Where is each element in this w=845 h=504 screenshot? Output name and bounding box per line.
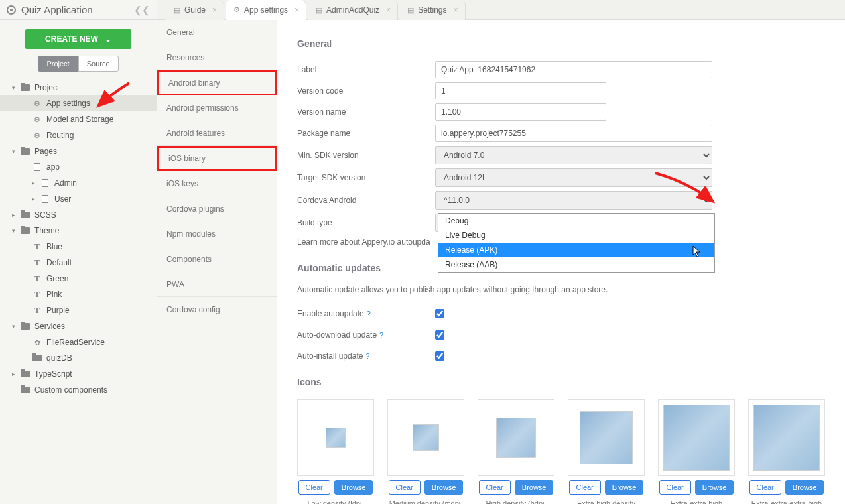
label-input[interactable] (435, 61, 712, 78)
clear-button[interactable]: Clear (569, 480, 601, 495)
project-toggle[interactable]: Project (38, 56, 78, 72)
tree-quizdb[interactable]: quizDB (0, 350, 157, 366)
browse-button[interactable]: Browse (605, 480, 644, 495)
nav-android-binary[interactable]: Android binary (157, 70, 277, 95)
package-input[interactable] (435, 125, 712, 142)
close-icon[interactable]: × (454, 5, 458, 15)
icon-density-label: Extra-high density (xhdpi, 96x96) (568, 499, 645, 504)
tree-app-settings[interactable]: ⚙App settings (0, 95, 157, 111)
nav-general[interactable]: General (157, 20, 277, 45)
file-icon: ▤ (407, 6, 414, 15)
clear-button[interactable]: Clear (389, 480, 421, 495)
browse-button[interactable]: Browse (785, 480, 824, 495)
tree-services[interactable]: ▾Services (0, 318, 157, 334)
gear-icon: ⚙ (32, 115, 42, 124)
clear-button[interactable]: Clear (479, 480, 511, 495)
version-code-input[interactable] (435, 82, 606, 99)
nav-android-permissions[interactable]: Android permissions (157, 95, 277, 121)
close-icon[interactable]: × (294, 5, 299, 15)
icon-density-label: Extra-extra-high density (xxhdpi, 144x14… (658, 499, 735, 504)
tree-model-storage[interactable]: ⚙Model and Storage (0, 111, 157, 127)
tree-project[interactable]: ▾Project (0, 80, 157, 95)
tree-scss[interactable]: ▸SCSS (0, 207, 157, 223)
nav-ios-binary[interactable]: iOS binary (157, 146, 277, 171)
create-new-label: CREATE NEW (45, 34, 98, 44)
autodownload-checkbox[interactable] (435, 330, 444, 340)
tree-user-page[interactable]: ▸User (0, 191, 157, 207)
nav-cordova-config[interactable]: Cordova config (157, 297, 277, 322)
option-live-debug[interactable]: Live Debug (438, 228, 714, 243)
clear-button[interactable]: Clear (749, 480, 781, 495)
tree-fileread[interactable]: ✿FileReadService (0, 334, 157, 350)
tab-guide[interactable]: ▤Guide× (166, 0, 224, 20)
icon-card: ClearBrowseMedium density (mdpi, 48x48) (387, 399, 464, 504)
close-icon[interactable]: × (212, 5, 217, 15)
source-toggle[interactable]: Source (78, 56, 119, 72)
version-name-input[interactable] (435, 103, 606, 121)
file-icon: ▤ (316, 6, 322, 15)
tree-app-page[interactable]: app (0, 159, 157, 175)
help-icon[interactable]: ? (367, 310, 371, 318)
row-autoinstall: Auto-install update? (297, 347, 825, 365)
icon-card: ClearBrowseLow density (ldpi, 36x36) (297, 399, 374, 504)
cordova-select[interactable]: ^11.0.0 (435, 191, 712, 210)
clear-button[interactable]: Clear (659, 480, 691, 495)
tab-app-settings[interactable]: ⚙App settings× (226, 0, 306, 20)
option-release-apk[interactable]: Release (APK) (438, 243, 714, 257)
tree-default[interactable]: TDefault (0, 255, 157, 271)
tree-theme[interactable]: ▾Theme (0, 223, 157, 239)
tree-pink[interactable]: TPink (0, 286, 157, 302)
theme-icon: T (32, 274, 42, 283)
option-release-aab[interactable]: Release (AAB) (438, 257, 714, 272)
buildtype-dropdown[interactable]: Debug Live Debug Release (APK) Release (… (438, 213, 715, 273)
browse-button[interactable]: Browse (695, 480, 734, 495)
nav-pwa[interactable]: PWA (157, 272, 277, 297)
nav-ios-keys[interactable]: iOS keys (157, 171, 277, 196)
nav-npm-modules[interactable]: Npm modules (157, 221, 277, 247)
tree-custom[interactable]: ▸Custom components (0, 382, 157, 398)
tree-pages[interactable]: ▾Pages (0, 143, 157, 159)
tree-typescript[interactable]: ▸TypeScript (0, 366, 157, 382)
option-debug[interactable]: Debug (438, 214, 714, 228)
icon-thumbnail (496, 418, 536, 458)
version-name-label: Version name (297, 107, 435, 117)
tab-settings[interactable]: ▤Settings× (399, 0, 465, 20)
nav-cordova-plugins[interactable]: Cordova plugins (157, 196, 277, 221)
help-icon[interactable]: ? (379, 331, 383, 339)
browse-button[interactable]: Browse (424, 480, 464, 495)
minsdk-select[interactable]: Android 7.0 (435, 146, 712, 164)
buildtype-label: Build type (297, 218, 435, 227)
tree-routing[interactable]: ⚙Routing (0, 127, 157, 143)
app-logo-icon (7, 5, 16, 15)
targetsdk-select[interactable]: Android 12L (435, 168, 712, 187)
autoinstall-checkbox[interactable] (435, 351, 444, 361)
browse-button[interactable]: Browse (334, 480, 373, 495)
icon-preview (658, 399, 735, 476)
tab-adminaddquiz[interactable]: ▤AdminAddQuiz× (308, 0, 398, 20)
nav-android-features[interactable]: Android features (157, 121, 277, 146)
nav-components[interactable]: Components (157, 247, 277, 272)
icon-actions: ClearBrowse (389, 480, 464, 495)
enable-auto-checkbox[interactable] (435, 309, 444, 318)
enable-auto-label: Enable autoupdate? (297, 309, 435, 318)
nav-resources[interactable]: Resources (157, 45, 277, 70)
icon-preview (748, 399, 825, 476)
gear-icon: ⚙ (233, 5, 240, 14)
icon-card: ClearBrowseExtra-extra-extra-high densit… (748, 399, 825, 504)
tree-blue[interactable]: TBlue (0, 239, 157, 255)
theme-icon: T (32, 306, 42, 315)
icon-thumbnail (580, 411, 633, 464)
help-icon[interactable]: ? (365, 352, 369, 360)
create-new-button[interactable]: CREATE NEW ⌄ (25, 29, 131, 49)
close-icon[interactable]: × (386, 5, 391, 15)
tree-purple[interactable]: TPurple (0, 302, 157, 318)
clear-button[interactable]: Clear (298, 480, 330, 495)
settings-nav: General Resources Android binary Android… (157, 20, 277, 504)
collapse-sidebar-icon[interactable]: ❮❮ (134, 5, 150, 15)
tree-green[interactable]: TGreen (0, 271, 157, 286)
icons-heading: Icons (297, 377, 825, 387)
tree-admin-page[interactable]: ▸Admin (0, 175, 157, 191)
browse-button[interactable]: Browse (515, 480, 554, 495)
row-package: Package name (297, 125, 825, 142)
row-enable-auto: Enable autoupdate? (297, 305, 825, 322)
